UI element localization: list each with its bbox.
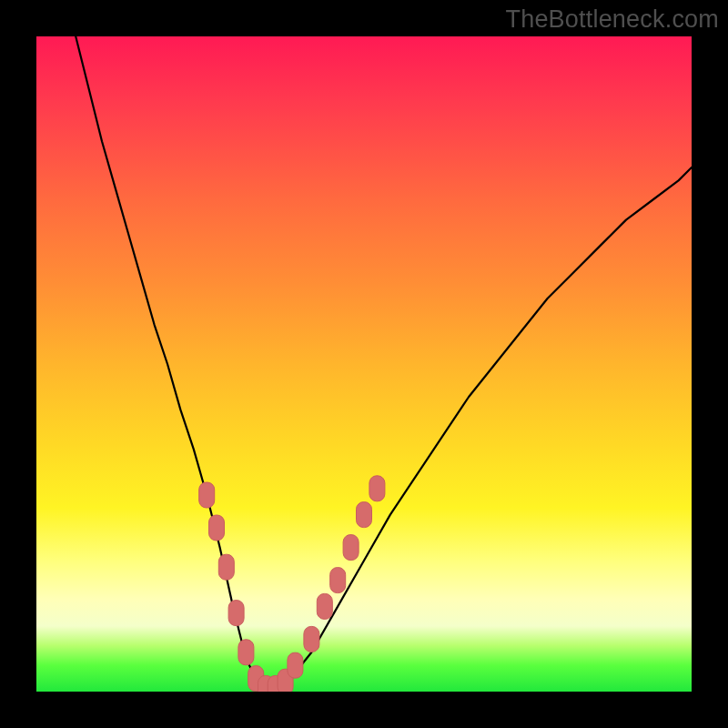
- marker-dot: [343, 535, 359, 561]
- marker-dot: [238, 640, 254, 665]
- bottleneck-curve: [76, 36, 692, 692]
- plot-area: [36, 36, 692, 692]
- marker-dot: [218, 554, 234, 580]
- marker-dot: [330, 568, 346, 593]
- marker-dot: [209, 515, 225, 541]
- marker-dot: [228, 601, 244, 626]
- marker-dot: [357, 502, 372, 528]
- chart-frame: TheBottleneck.com: [0, 0, 728, 728]
- curve-layer: [36, 36, 692, 692]
- marker-dot: [304, 626, 319, 652]
- marker-dot: [288, 652, 303, 678]
- watermark-text: TheBottleneck.com: [505, 5, 719, 34]
- marker-dot: [199, 482, 215, 508]
- marker-dot: [317, 593, 332, 619]
- marker-dot: [369, 476, 385, 501]
